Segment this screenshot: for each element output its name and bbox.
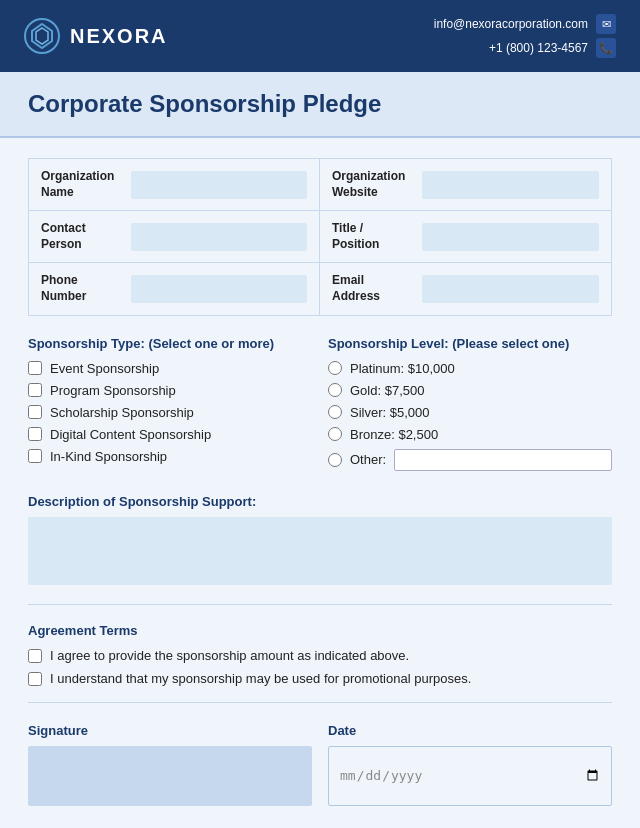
check-scholarship: Scholarship Sponsorship [28, 405, 312, 420]
field-org-name: OrganizationName [29, 159, 320, 211]
input-email[interactable] [422, 275, 599, 303]
date-col: Date [328, 723, 612, 806]
header: NEXORA info@nexoracorporation.com ✉ +1 (… [0, 0, 640, 72]
agree-item-2: I understand that my sponsorship may be … [28, 671, 612, 686]
sponsorship-type-col: Sponsorship Type: (Select one or more) E… [28, 336, 312, 478]
title-bar: Corporate Sponsorship Pledge [0, 72, 640, 138]
signature-section: Signature Date [28, 723, 612, 826]
label-phone: PhoneNumber [41, 273, 121, 304]
radio-silver: Silver: $5,000 [328, 405, 612, 420]
logo-text: NEXORA [70, 25, 168, 48]
label-inkind: In-Kind Sponsorship [50, 449, 167, 464]
agree-item-1: I agree to provide the sponsorship amoun… [28, 648, 612, 663]
fields-grid: OrganizationName OrganizationWebsite Con… [28, 158, 612, 316]
signature-col: Signature [28, 723, 312, 806]
sponsorship-level-header: Sponsorship Level: (Please select one) [328, 336, 612, 351]
sponsorship-section: Sponsorship Type: (Select one or more) E… [28, 336, 612, 478]
description-section: Description of Sponsorship Support: [28, 494, 612, 588]
description-label: Description of Sponsorship Support: [28, 494, 612, 509]
checkbox-digital[interactable] [28, 427, 42, 441]
field-org-website: OrganizationWebsite [320, 159, 611, 211]
checkbox-inkind[interactable] [28, 449, 42, 463]
label-org-website: OrganizationWebsite [332, 169, 412, 200]
check-program: Program Sponsorship [28, 383, 312, 398]
input-contact-person[interactable] [131, 223, 307, 251]
radio-input-other[interactable] [328, 453, 342, 467]
nexora-logo-icon [24, 18, 60, 54]
checkbox-program[interactable] [28, 383, 42, 397]
logo-area: NEXORA [24, 18, 168, 54]
agree-label-2: I understand that my sponsorship may be … [50, 671, 471, 686]
agreement-title: Agreement Terms [28, 623, 612, 638]
radio-input-gold[interactable] [328, 383, 342, 397]
radio-input-silver[interactable] [328, 405, 342, 419]
check-event: Event Sponsorship [28, 361, 312, 376]
label-org-name: OrganizationName [41, 169, 121, 200]
label-title-position: Title /Position [332, 221, 412, 252]
agree-label-1: I agree to provide the sponsorship amoun… [50, 648, 409, 663]
checkbox-scholarship[interactable] [28, 405, 42, 419]
input-title-position[interactable] [422, 223, 599, 251]
description-textarea[interactable] [28, 517, 612, 585]
email-icon: ✉ [596, 14, 616, 34]
field-email: EmailAddress [320, 263, 611, 315]
label-other: Other: [350, 452, 386, 467]
label-digital: Digital Content Sponsorship [50, 427, 211, 442]
radio-input-bronze[interactable] [328, 427, 342, 441]
input-phone[interactable] [131, 275, 307, 303]
label-scholarship: Scholarship Sponsorship [50, 405, 194, 420]
radio-other: Other: [328, 449, 612, 471]
date-input[interactable] [328, 746, 612, 806]
radio-bronze: Bronze: $2,500 [328, 427, 612, 442]
date-label: Date [328, 723, 612, 738]
checkbox-event[interactable] [28, 361, 42, 375]
divider-1 [28, 604, 612, 605]
label-gold: Gold: $7,500 [350, 383, 424, 398]
label-silver: Silver: $5,000 [350, 405, 430, 420]
radio-gold: Gold: $7,500 [328, 383, 612, 398]
field-title-position: Title /Position [320, 211, 611, 263]
check-digital: Digital Content Sponsorship [28, 427, 312, 442]
input-org-name[interactable] [131, 171, 307, 199]
label-platinum: Platinum: $10,000 [350, 361, 455, 376]
label-bronze: Bronze: $2,500 [350, 427, 438, 442]
signature-label: Signature [28, 723, 312, 738]
phone-row: +1 (800) 123-4567 📞 [489, 38, 616, 58]
phone-icon: 📞 [596, 38, 616, 58]
field-contact-person: ContactPerson [29, 211, 320, 263]
divider-2 [28, 702, 612, 703]
main-content: OrganizationName OrganizationWebsite Con… [0, 138, 640, 828]
sponsorship-level-col: Sponsorship Level: (Please select one) P… [328, 336, 612, 478]
checkbox-agree-1[interactable] [28, 649, 42, 663]
radio-platinum: Platinum: $10,000 [328, 361, 612, 376]
field-phone: PhoneNumber [29, 263, 320, 315]
checkbox-agree-2[interactable] [28, 672, 42, 686]
radio-input-platinum[interactable] [328, 361, 342, 375]
page-title: Corporate Sponsorship Pledge [28, 90, 612, 118]
label-event: Event Sponsorship [50, 361, 159, 376]
input-other-amount[interactable] [394, 449, 612, 471]
sponsorship-type-header: Sponsorship Type: (Select one or more) [28, 336, 312, 351]
agreement-section: Agreement Terms I agree to provide the s… [28, 623, 612, 686]
phone-text: +1 (800) 123-4567 [489, 41, 588, 55]
contact-info: info@nexoracorporation.com ✉ +1 (800) 12… [434, 14, 616, 58]
label-program: Program Sponsorship [50, 383, 176, 398]
signature-box[interactable] [28, 746, 312, 806]
email-text: info@nexoracorporation.com [434, 17, 588, 31]
email-row: info@nexoracorporation.com ✉ [434, 14, 616, 34]
svg-marker-2 [36, 28, 48, 44]
check-inkind: In-Kind Sponsorship [28, 449, 312, 464]
input-org-website[interactable] [422, 171, 599, 199]
label-contact-person: ContactPerson [41, 221, 121, 252]
label-email: EmailAddress [332, 273, 412, 304]
